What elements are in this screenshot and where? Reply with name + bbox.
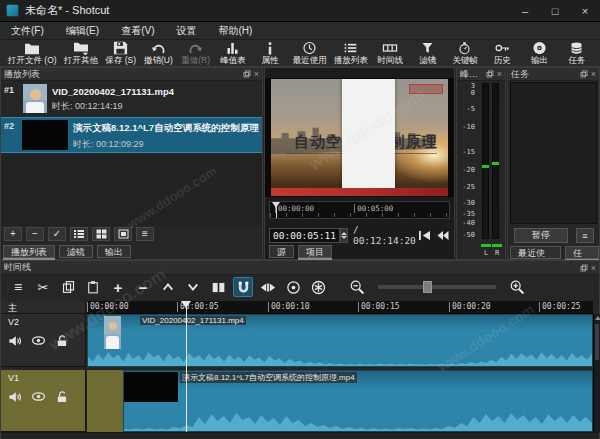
menu-view[interactable]: 查看(V) [110,24,165,38]
ripple-icon[interactable] [283,277,303,297]
tab-recent[interactable]: 最近使用 [510,246,561,259]
disc-icon [532,41,547,55]
snap-magnet-icon[interactable] [233,277,253,297]
append-button[interactable]: + [108,277,128,297]
timeline-button[interactable]: 时间线 [375,41,405,67]
timeline-ruler[interactable]: 00:00:00 00:00:05 00:00:10 00:00:15 00:0… [87,301,593,314]
menu-edit[interactable]: 编辑(E) [55,24,110,38]
menu-help[interactable]: 帮助(H) [207,24,263,38]
hide-eye-icon[interactable] [31,335,46,346]
ruler-label: 00:00:20 [449,302,491,312]
db-scale-label: -50 [457,231,475,239]
filters-button[interactable]: 滤镜 [413,41,443,67]
mute-icon[interactable] [8,335,22,347]
ripple-all-tracks-icon[interactable] [308,277,328,297]
save-button[interactable]: 保存 (S) [105,41,136,67]
menu-file[interactable]: 文件(F) [0,24,55,38]
tab-playlist[interactable]: 播放列表 [3,245,55,258]
timecode-spinner[interactable] [340,228,348,243]
minimize-button[interactable]: – [510,0,540,22]
skip-previous-button[interactable] [416,228,434,242]
unlock-icon[interactable] [55,390,68,403]
master-track-header[interactable]: 主 [1,301,86,314]
tab-project[interactable]: 项目 [298,245,332,258]
mute-icon[interactable] [8,391,22,403]
close-panel-icon[interactable]: × [591,70,596,78]
cut-button[interactable]: ✂ [33,277,53,297]
tab-source[interactable]: 源 [269,245,294,258]
view-tiles-icon[interactable] [92,227,110,241]
timeline-clip-v2[interactable]: VID_20200402_171131.mp4 [87,314,593,367]
pause-button[interactable]: 暂停 [514,228,568,243]
maximize-button[interactable]: □ [540,0,570,22]
playlist-add-button[interactable]: + [4,227,22,241]
undo-button[interactable]: 撤销(U) [143,41,173,67]
ripple-delete-button[interactable]: − [133,277,153,297]
lift-icon[interactable] [158,277,178,297]
view-icons-icon[interactable] [114,227,132,241]
paste-icon[interactable] [83,277,103,297]
channel-bar-right [492,244,502,247]
track-header-v2[interactable]: V2 [1,314,86,367]
playlist-menu-button[interactable]: ≡ [136,227,154,241]
ruler-label: 00:00:25 [539,302,581,312]
keyframes-button[interactable]: 关键帧 [450,41,480,67]
zoom-in-icon[interactable] [507,277,527,297]
float-panel-icon[interactable] [580,70,588,78]
properties-button[interactable]: 属性 [255,41,285,67]
close-panel-icon[interactable]: × [497,70,502,78]
overwrite-icon[interactable] [183,277,203,297]
seek-bar[interactable]: 00:00:00 00:05:00 [269,201,450,219]
copy-icon[interactable] [58,277,78,297]
playlist-remove-button[interactable]: − [26,227,44,241]
redo-button[interactable]: 重做(R) [181,41,211,67]
close-panel-icon[interactable]: × [591,264,596,272]
peak-meter-button[interactable]: 峰值表 [218,41,248,67]
tab-jobs[interactable]: 任务 [565,246,599,259]
timeline-vertical-scrollbar[interactable] [593,314,600,432]
jobs-button[interactable]: 任务 [562,41,592,67]
scroll-up-arrow[interactable] [595,316,600,320]
split-icon[interactable] [208,277,228,297]
db-scale-label: -5 [457,105,475,113]
timecode-field[interactable]: 00:00:05:11 [269,228,340,243]
hide-eye-icon[interactable] [31,391,46,402]
tab-filters[interactable]: 滤镜 [59,245,93,258]
red-corner-badge [409,84,443,95]
playlist-update-button[interactable]: ✓ [48,227,66,241]
playlist-row-2[interactable]: #2 演示文稿8.12.1^L7自动空调系统的控制原理.mp4 时长: 00:1… [1,117,262,153]
timeline-title: 时间线 [4,261,31,274]
scrub-drag-icon[interactable] [258,277,278,297]
zoom-slider-handle[interactable] [423,281,432,293]
tasks-menu-button[interactable]: ≡ [576,228,594,243]
view-details-icon[interactable] [70,227,88,241]
tab-export[interactable]: 输出 [97,245,131,258]
playlist-button[interactable]: 播放列表 [334,41,368,67]
float-panel-icon[interactable] [486,70,494,78]
export-button[interactable]: 输出 [525,41,555,67]
timeline-playhead-handle[interactable] [181,301,191,308]
close-button[interactable]: × [570,0,600,22]
timeline-zoom-slider[interactable] [378,285,496,289]
left-dock-tabs: 播放列表 滤镜 输出 [3,245,131,258]
db-scale-label: 0 [457,89,475,97]
playlist-row-1[interactable]: #1 VID_20200402_171131.mp4 时长: 00:12:14:… [1,82,262,116]
zoom-out-icon[interactable] [347,277,367,297]
timeline-playhead-line[interactable] [186,301,187,432]
timeline-clip-v1[interactable]: 演示文稿8.12.1^L7自动空调系统的控制原理.mp4 [123,370,593,432]
float-panel-icon[interactable] [243,70,251,78]
peak-meter-icon [225,41,240,55]
open-other-button[interactable]: 打开其他 [64,41,98,67]
unlock-icon[interactable] [55,334,68,347]
timeline-menu-button[interactable]: ≡ [8,277,28,297]
history-button[interactable]: 历史 [487,41,517,67]
seek-playhead-handle[interactable] [272,202,280,208]
recent-button[interactable]: 最近使用 [293,41,327,67]
float-panel-icon[interactable] [580,264,588,272]
rewind-button[interactable] [434,228,452,242]
scrollbar-thumb[interactable] [595,324,599,360]
open-file-button[interactable]: 打开文件 (O) [8,41,57,67]
track-header-v1[interactable]: V1 [1,370,86,432]
close-panel-icon[interactable]: × [254,70,259,78]
menu-settings[interactable]: 设置 [165,24,207,38]
